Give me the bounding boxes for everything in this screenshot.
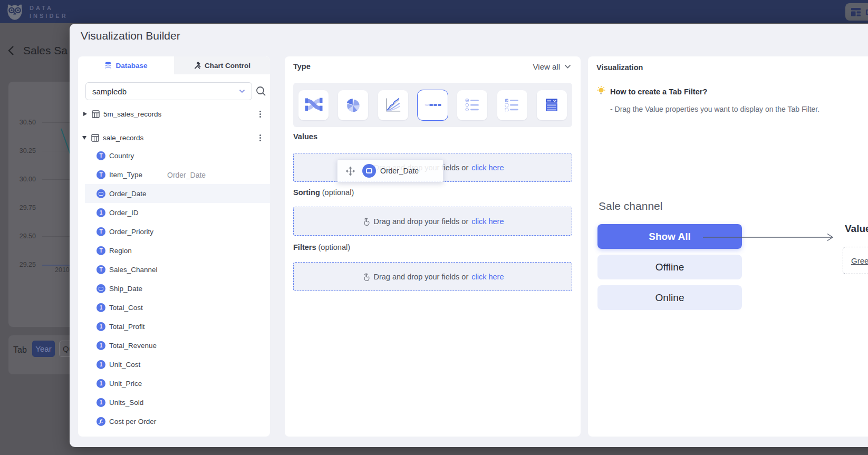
brand-line1: DATA (30, 5, 53, 11)
number-field-icon: 1 (97, 360, 105, 369)
tip-body: - Drag the Value properties you want to … (610, 105, 819, 113)
field-row-Order_ID[interactable]: 1Order_ID (78, 203, 270, 222)
field-row-Sales_Channel[interactable]: TSales_Channel (78, 260, 270, 279)
field-label: Order_Priority (109, 228, 153, 236)
field-row-Ship_Date[interactable]: Ship_Date (78, 279, 270, 298)
tab-chart-control-label: Chart Control (205, 62, 250, 70)
field-row-Region[interactable]: TRegion (78, 241, 270, 260)
tab-filter-icon: Tab (421, 93, 444, 117)
visualization-builder-modal: Visualization Builder Database Chart Con… (70, 24, 868, 447)
tab-database[interactable]: Database (78, 56, 174, 74)
dropdown-filter-icon (540, 93, 563, 117)
chart-type-pie-chart[interactable] (338, 90, 368, 120)
text-field-icon: T (97, 170, 105, 179)
page-title: Sales Sa (23, 44, 67, 57)
chart-type-checkbox-filter[interactable] (497, 90, 527, 120)
drag-source-label: Order_Date (167, 171, 206, 179)
svg-text:Tab: Tab (425, 103, 430, 107)
field-label: Item_Type (109, 171, 142, 179)
back-arrow-icon[interactable] (7, 45, 15, 56)
function-field-icon: ƒ. (97, 417, 105, 426)
text-field-icon: T (97, 227, 105, 236)
field-row-Cost_per_Order[interactable]: ƒ.Cost per Order (78, 412, 270, 431)
chart-type-sankey-chart[interactable] (298, 90, 329, 120)
table-name: 5m_sales_records (103, 110, 258, 118)
date-field-icon (97, 284, 105, 293)
filters-dropzone[interactable]: Drag and drop your fields orclick here (293, 262, 572, 291)
number-field-icon: 1 (97, 341, 105, 350)
table-icon (91, 134, 99, 142)
kebab-menu-icon[interactable] (258, 133, 262, 142)
view-all-label: View all (533, 62, 560, 71)
field-label: Ship_Date (109, 285, 142, 293)
field-row-Order_Date[interactable]: Order_Date (85, 184, 270, 203)
field-row-Unit_Cost[interactable]: 1Unit_Cost (78, 355, 270, 374)
text-field-icon: T (97, 246, 105, 255)
brand-line2: INSIDER (30, 13, 68, 19)
caret-right-icon[interactable] (83, 112, 87, 116)
field-label: Cost per Order (109, 418, 156, 425)
chart-type-radio-filter[interactable] (457, 90, 487, 120)
move-icon (346, 167, 355, 176)
chart-type-strip: Tab (293, 83, 572, 127)
field-row-Units_Sold[interactable]: 1Units_Sold (78, 393, 270, 412)
field-row-Order_Priority[interactable]: TOrder_Priority (78, 222, 270, 241)
tab-chart-control[interactable]: Chart Control (174, 56, 270, 74)
field-row-Unit_Price[interactable]: 1Unit_Price (78, 374, 270, 393)
caret-down-icon[interactable] (82, 136, 86, 140)
field-row-Total_Profit[interactable]: 1Total_Profit (78, 317, 270, 336)
date-field-icon (362, 164, 376, 178)
annotation-arrow (703, 232, 840, 243)
tools-icon (194, 62, 201, 69)
dropzone-click-here-link[interactable]: click here (471, 217, 504, 226)
year-button[interactable]: Year (32, 341, 55, 357)
chart-x-tick: 2010 (55, 266, 70, 274)
field-row-Total_Cost[interactable]: 1Total_Cost (78, 298, 270, 317)
chart-type-dropdown-filter[interactable] (537, 90, 567, 120)
field-label: Order_Date (109, 190, 147, 198)
values-section-label: Values (293, 132, 317, 141)
table-row-5m_sales_records[interactable]: 5m_sales_records (78, 104, 270, 123)
table-name: sale_records (103, 134, 258, 142)
modal-title: Visualization Builder (81, 30, 180, 42)
chart-type-tab-filter[interactable]: Tab (418, 90, 448, 120)
table-row-sale_records[interactable]: sale_records (78, 128, 270, 147)
owl-logo-icon (4, 3, 25, 22)
field-label: Country (109, 152, 134, 160)
number-field-icon: 1 (97, 379, 105, 388)
field-row-Country[interactable]: TCountry (78, 146, 270, 165)
tab-database-label: Database (115, 62, 147, 70)
field-label: Total_Revenue (109, 342, 157, 350)
pie-chart-icon (342, 93, 365, 117)
type-section-label: Type (293, 62, 311, 71)
sorting-dropzone[interactable]: Drag and drop your fields orclick here (293, 207, 572, 236)
field-label: Unit_Cost (109, 361, 140, 369)
checkbox-filter-icon (500, 93, 524, 117)
number-field-icon: 1 (97, 398, 105, 407)
chart-config-panel: Type View all Tab ValuesDrag and drop yo… (285, 56, 581, 437)
database-select-value: sampledb (92, 87, 239, 96)
filter-option-online[interactable]: Online (597, 285, 742, 310)
field-row-Total_Revenue[interactable]: 1Total_Revenue (78, 336, 270, 355)
tab-label: Tab (13, 345, 27, 355)
database-icon (104, 62, 112, 69)
drag-ghost-card[interactable]: Order_Date (337, 159, 443, 182)
field-label: Order_ID (109, 209, 139, 217)
dropzone-click-here-link[interactable]: click here (471, 273, 504, 281)
tip-title: How to create a Tab Filter? (610, 88, 707, 96)
filter-option-offline[interactable]: Offline (597, 255, 742, 279)
values-annotation-label: Values (845, 223, 868, 235)
database-select[interactable]: sampledb (85, 82, 252, 100)
sorting-section-label: Sorting (optional) (293, 188, 354, 197)
dropzone-text: Drag and drop your fields or (374, 273, 469, 281)
dropzone-click-here-link[interactable]: click here (471, 163, 504, 172)
group-annotation-label: Green (851, 256, 868, 265)
chevron-down-icon (564, 64, 571, 69)
chart-type-line-chart[interactable] (378, 90, 408, 120)
dropzone-text: Drag and drop your fields or (374, 217, 469, 226)
dashboard-button[interactable]: Dashboard (845, 3, 868, 21)
kebab-menu-icon[interactable] (258, 110, 262, 119)
search-icon[interactable] (255, 85, 267, 97)
view-all-dropdown[interactable]: View all (533, 62, 571, 71)
visualization-header: Visualization (596, 63, 643, 72)
